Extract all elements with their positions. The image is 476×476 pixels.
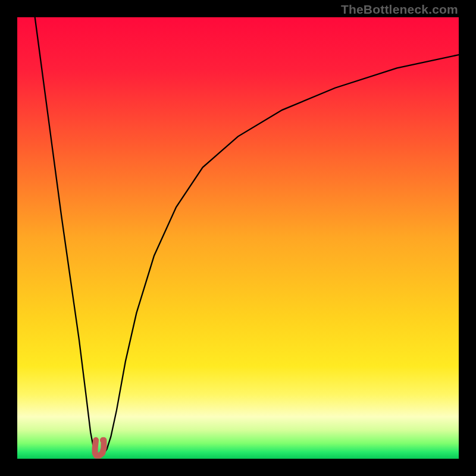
watermark-text: TheBottleneck.com bbox=[341, 2, 458, 17]
plot-area bbox=[17, 17, 459, 459]
chart-svg bbox=[17, 17, 459, 459]
gradient-background bbox=[17, 17, 459, 459]
chart-frame: TheBottleneck.com bbox=[0, 0, 476, 476]
